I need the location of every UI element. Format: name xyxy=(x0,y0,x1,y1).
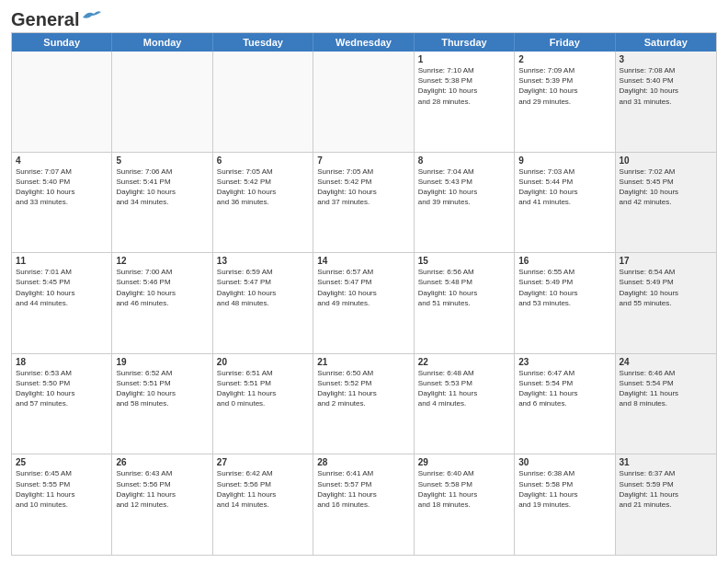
day-number: 31 xyxy=(620,457,712,467)
calendar-row: 4Sunrise: 7:07 AM Sunset: 5:40 PM Daylig… xyxy=(12,152,716,253)
day-info: Sunrise: 7:08 AM Sunset: 5:40 PM Dayligh… xyxy=(620,65,712,107)
day-info: Sunrise: 6:38 AM Sunset: 5:58 PM Dayligh… xyxy=(518,468,610,510)
weekday-header: Monday xyxy=(112,33,212,52)
day-info: Sunrise: 6:54 AM Sunset: 5:49 PM Dayligh… xyxy=(620,267,712,308)
calendar-cell: 2Sunrise: 7:09 AM Sunset: 5:39 PM Daylig… xyxy=(515,52,615,152)
weekday-header: Friday xyxy=(515,33,615,52)
day-info: Sunrise: 6:37 AM Sunset: 5:59 PM Dayligh… xyxy=(620,468,712,510)
weekday-header: Saturday xyxy=(616,33,716,52)
day-number: 5 xyxy=(116,155,208,166)
day-info: Sunrise: 7:02 AM Sunset: 5:45 PM Dayligh… xyxy=(620,167,712,208)
calendar-cell: 30Sunrise: 6:38 AM Sunset: 5:58 PM Dayli… xyxy=(515,454,615,555)
day-info: Sunrise: 7:00 AM Sunset: 5:46 PM Dayligh… xyxy=(116,267,208,308)
calendar-cell: 22Sunrise: 6:48 AM Sunset: 5:53 PM Dayli… xyxy=(415,354,515,454)
day-number: 17 xyxy=(620,256,712,266)
calendar-cell: 10Sunrise: 7:02 AM Sunset: 5:45 PM Dayli… xyxy=(616,153,716,253)
day-number: 10 xyxy=(620,155,712,166)
calendar-cell: 11Sunrise: 7:01 AM Sunset: 5:45 PM Dayli… xyxy=(12,253,112,353)
day-number: 2 xyxy=(518,54,610,64)
day-number: 23 xyxy=(518,357,610,367)
calendar-row: 11Sunrise: 7:01 AM Sunset: 5:45 PM Dayli… xyxy=(12,252,716,353)
day-info: Sunrise: 6:50 AM Sunset: 5:52 PM Dayligh… xyxy=(317,368,409,409)
day-number: 19 xyxy=(116,357,208,367)
calendar-cell: 3Sunrise: 7:08 AM Sunset: 5:40 PM Daylig… xyxy=(616,52,716,152)
day-info: Sunrise: 7:09 AM Sunset: 5:39 PM Dayligh… xyxy=(518,65,610,107)
day-info: Sunrise: 7:07 AM Sunset: 5:40 PM Dayligh… xyxy=(16,167,108,208)
calendar-cell: 4Sunrise: 7:07 AM Sunset: 5:40 PM Daylig… xyxy=(12,153,112,253)
day-number: 27 xyxy=(217,457,309,467)
day-info: Sunrise: 7:01 AM Sunset: 5:45 PM Dayligh… xyxy=(16,267,108,308)
calendar-cell: 15Sunrise: 6:56 AM Sunset: 5:48 PM Dayli… xyxy=(415,253,515,353)
calendar-row: 25Sunrise: 6:45 AM Sunset: 5:55 PM Dayli… xyxy=(12,454,716,555)
weekday-header: Tuesday xyxy=(213,33,313,52)
day-info: Sunrise: 6:57 AM Sunset: 5:47 PM Dayligh… xyxy=(317,267,409,308)
calendar-cell: 14Sunrise: 6:57 AM Sunset: 5:47 PM Dayli… xyxy=(313,253,414,353)
day-info: Sunrise: 6:46 AM Sunset: 5:54 PM Dayligh… xyxy=(620,368,712,409)
calendar-cell xyxy=(213,52,313,152)
calendar-cell: 21Sunrise: 6:50 AM Sunset: 5:52 PM Dayli… xyxy=(313,354,414,454)
calendar-cell: 7Sunrise: 7:05 AM Sunset: 5:42 PM Daylig… xyxy=(313,153,414,253)
day-number: 12 xyxy=(116,256,208,266)
weekday-header: Thursday xyxy=(415,33,515,52)
calendar-cell: 20Sunrise: 6:51 AM Sunset: 5:51 PM Dayli… xyxy=(213,354,313,454)
calendar-cell: 6Sunrise: 7:05 AM Sunset: 5:42 PM Daylig… xyxy=(213,153,313,253)
day-number: 8 xyxy=(418,155,510,166)
day-info: Sunrise: 7:04 AM Sunset: 5:43 PM Dayligh… xyxy=(418,167,510,208)
calendar-header: SundayMondayTuesdayWednesdayThursdayFrid… xyxy=(12,33,716,52)
day-number: 18 xyxy=(16,357,108,367)
calendar-cell xyxy=(112,52,212,152)
day-number: 14 xyxy=(317,256,409,266)
day-number: 11 xyxy=(16,256,108,266)
day-number: 28 xyxy=(317,457,409,467)
day-info: Sunrise: 6:52 AM Sunset: 5:51 PM Dayligh… xyxy=(116,368,208,409)
logo: General xyxy=(11,9,101,27)
day-info: Sunrise: 6:47 AM Sunset: 5:54 PM Dayligh… xyxy=(518,368,610,409)
page-header: General xyxy=(11,9,717,27)
day-number: 6 xyxy=(217,155,309,166)
calendar-cell: 19Sunrise: 6:52 AM Sunset: 5:51 PM Dayli… xyxy=(112,354,212,454)
day-number: 21 xyxy=(317,357,409,367)
calendar-cell: 1Sunrise: 7:10 AM Sunset: 5:38 PM Daylig… xyxy=(415,52,515,152)
day-info: Sunrise: 6:51 AM Sunset: 5:51 PM Dayligh… xyxy=(217,368,309,409)
day-number: 26 xyxy=(116,457,208,467)
day-info: Sunrise: 7:05 AM Sunset: 5:42 PM Dayligh… xyxy=(317,167,409,208)
logo-bird-icon xyxy=(81,8,101,25)
day-info: Sunrise: 7:05 AM Sunset: 5:42 PM Dayligh… xyxy=(217,167,309,208)
day-info: Sunrise: 6:43 AM Sunset: 5:56 PM Dayligh… xyxy=(116,468,208,510)
calendar-cell: 25Sunrise: 6:45 AM Sunset: 5:55 PM Dayli… xyxy=(12,454,112,555)
page-container: General SundayMondayTuesdayWednesdayThur… xyxy=(0,0,728,563)
day-number: 30 xyxy=(518,457,610,467)
day-number: 13 xyxy=(217,256,309,266)
calendar-cell: 17Sunrise: 6:54 AM Sunset: 5:49 PM Dayli… xyxy=(616,253,716,353)
day-info: Sunrise: 6:56 AM Sunset: 5:48 PM Dayligh… xyxy=(418,267,510,308)
day-info: Sunrise: 6:41 AM Sunset: 5:57 PM Dayligh… xyxy=(317,468,409,510)
calendar-cell xyxy=(313,52,414,152)
calendar-row: 18Sunrise: 6:53 AM Sunset: 5:50 PM Dayli… xyxy=(12,353,716,454)
day-info: Sunrise: 6:59 AM Sunset: 5:47 PM Dayligh… xyxy=(217,267,309,308)
logo-general: General xyxy=(11,9,79,30)
calendar: SundayMondayTuesdayWednesdayThursdayFrid… xyxy=(11,32,717,556)
weekday-header: Sunday xyxy=(12,33,112,52)
calendar-cell: 28Sunrise: 6:41 AM Sunset: 5:57 PM Dayli… xyxy=(313,454,414,555)
calendar-cell xyxy=(12,52,112,152)
day-number: 1 xyxy=(418,54,510,64)
day-number: 7 xyxy=(317,155,409,166)
day-info: Sunrise: 6:40 AM Sunset: 5:58 PM Dayligh… xyxy=(418,468,510,510)
day-info: Sunrise: 7:03 AM Sunset: 5:44 PM Dayligh… xyxy=(518,167,610,208)
calendar-cell: 27Sunrise: 6:42 AM Sunset: 5:56 PM Dayli… xyxy=(213,454,313,555)
day-number: 20 xyxy=(217,357,309,367)
calendar-cell: 26Sunrise: 6:43 AM Sunset: 5:56 PM Dayli… xyxy=(112,454,212,555)
calendar-row: 1Sunrise: 7:10 AM Sunset: 5:38 PM Daylig… xyxy=(12,52,716,152)
calendar-body: 1Sunrise: 7:10 AM Sunset: 5:38 PM Daylig… xyxy=(12,52,716,555)
calendar-cell: 8Sunrise: 7:04 AM Sunset: 5:43 PM Daylig… xyxy=(415,153,515,253)
day-number: 22 xyxy=(418,357,510,367)
day-number: 3 xyxy=(620,54,712,64)
calendar-cell: 16Sunrise: 6:55 AM Sunset: 5:49 PM Dayli… xyxy=(515,253,615,353)
day-info: Sunrise: 7:06 AM Sunset: 5:41 PM Dayligh… xyxy=(116,167,208,208)
day-info: Sunrise: 6:55 AM Sunset: 5:49 PM Dayligh… xyxy=(518,267,610,308)
day-info: Sunrise: 6:53 AM Sunset: 5:50 PM Dayligh… xyxy=(16,368,108,409)
day-info: Sunrise: 7:10 AM Sunset: 5:38 PM Dayligh… xyxy=(418,65,510,107)
day-number: 9 xyxy=(518,155,610,166)
day-number: 29 xyxy=(418,457,510,467)
calendar-cell: 9Sunrise: 7:03 AM Sunset: 5:44 PM Daylig… xyxy=(515,153,615,253)
